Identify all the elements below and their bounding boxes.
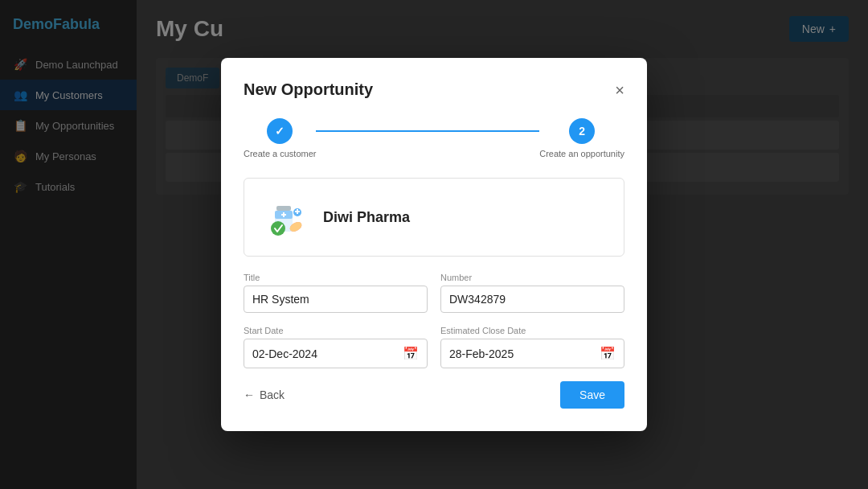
- start-date-input[interactable]: [252, 347, 403, 360]
- customer-card: Diwi Pharma: [244, 178, 624, 257]
- title-input-wrapper[interactable]: [244, 286, 428, 313]
- step-1-label: Create a customer: [244, 149, 316, 158]
- back-button-label: Back: [260, 388, 285, 401]
- close-button[interactable]: ×: [615, 82, 624, 98]
- stepper: ✓ Create a customer 2 Create an opportun…: [244, 118, 624, 158]
- step-2: 2 Create an opportunity: [539, 118, 624, 158]
- svg-rect-10: [297, 209, 298, 214]
- form-row-2: Start Date 📅 Estimated Close Date 📅: [244, 326, 624, 368]
- svg-point-7: [271, 221, 285, 236]
- back-button[interactable]: ← Back: [244, 388, 285, 401]
- start-date-input-wrapper[interactable]: 📅: [244, 339, 428, 368]
- step-2-circle: 2: [569, 118, 595, 144]
- svg-rect-4: [283, 212, 285, 217]
- modal-title: New Opportunity: [244, 80, 373, 99]
- modal-footer: ← Back Save: [244, 381, 624, 409]
- close-date-field-group: Estimated Close Date 📅: [440, 326, 624, 368]
- form-row-1: Title Number: [244, 273, 624, 313]
- start-date-label: Start Date: [244, 326, 428, 335]
- title-label: Title: [244, 273, 428, 282]
- pharma-icon: [260, 191, 312, 243]
- step-connector: [316, 130, 539, 132]
- step-1: ✓ Create a customer: [244, 118, 316, 158]
- close-date-label: Estimated Close Date: [440, 326, 624, 335]
- title-input[interactable]: [252, 293, 419, 306]
- title-field-group: Title: [244, 273, 428, 313]
- step-2-label: Create an opportunity: [539, 149, 624, 158]
- number-label: Number: [440, 273, 624, 282]
- svg-rect-0: [276, 206, 291, 211]
- number-input[interactable]: [449, 293, 616, 306]
- number-input-wrapper[interactable]: [440, 286, 624, 313]
- customer-name: Diwi Pharma: [323, 209, 410, 226]
- modal-dialog: New Opportunity × ✓ Create a customer 2 …: [221, 58, 647, 431]
- save-button[interactable]: Save: [560, 381, 624, 409]
- step-1-circle: ✓: [267, 118, 293, 144]
- start-date-field-group: Start Date 📅: [244, 326, 428, 368]
- back-arrow-icon: ←: [244, 388, 255, 401]
- close-date-calendar-icon[interactable]: 📅: [600, 346, 616, 361]
- modal-header: New Opportunity ×: [244, 80, 624, 99]
- close-date-input-wrapper[interactable]: 📅: [440, 339, 624, 368]
- number-field-group: Number: [440, 273, 624, 313]
- customer-illustration: [260, 191, 312, 243]
- start-date-calendar-icon[interactable]: 📅: [403, 346, 419, 361]
- modal-overlay: New Opportunity × ✓ Create a customer 2 …: [0, 0, 868, 489]
- close-date-input[interactable]: [449, 347, 600, 360]
